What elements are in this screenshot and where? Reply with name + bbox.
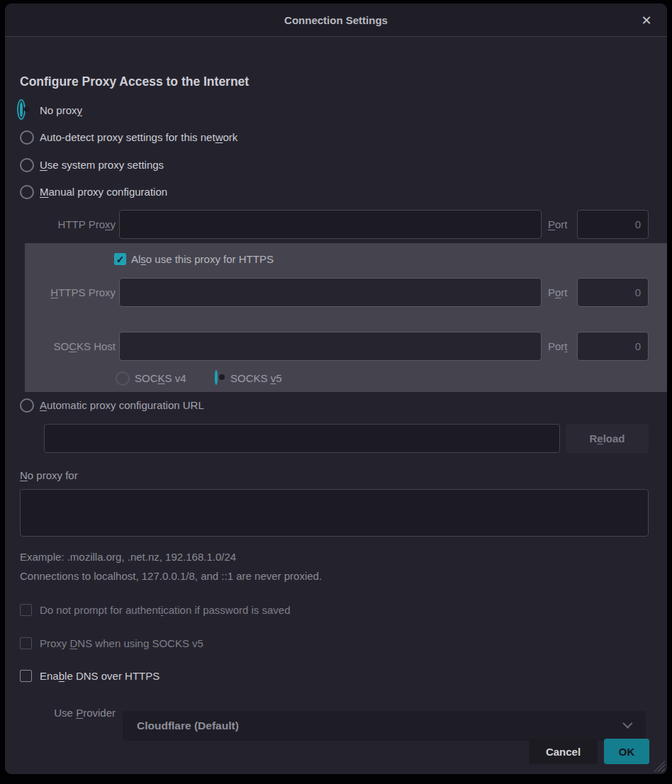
dialog-title: Connection Settings xyxy=(284,14,388,26)
http-port-input[interactable] xyxy=(577,210,649,239)
radio-use-system-label[interactable]: Use system proxy settings xyxy=(40,157,164,173)
https-port-label: Port xyxy=(548,278,568,307)
provider-select[interactable]: Cloudflare (Default) xyxy=(123,711,646,741)
radio-auto-detect[interactable] xyxy=(20,130,34,145)
also-https-checkbox[interactable]: ✓ xyxy=(114,253,126,265)
no-prompt-auth-label[interactable]: Do not prompt for authentication if pass… xyxy=(40,603,291,618)
https-proxy-input[interactable] xyxy=(119,278,542,307)
provider-selected-value: Cloudflare (Default) xyxy=(137,719,239,732)
use-provider-label: Use Provider xyxy=(20,698,116,728)
cancel-button[interactable]: Cancel xyxy=(529,739,598,764)
ok-button[interactable]: OK xyxy=(604,739,649,764)
socks-port-label: Port xyxy=(548,332,568,361)
close-icon[interactable]: ✕ xyxy=(637,11,656,30)
radio-socks-v5[interactable] xyxy=(215,370,218,385)
no-proxy-note-text: Connections to localhost, 127.0.0.1/8, a… xyxy=(20,569,322,584)
radio-socks-v5-label[interactable]: SOCKS v5 xyxy=(230,371,282,386)
http-proxy-input[interactable] xyxy=(119,210,542,239)
resize-grip[interactable] xyxy=(654,761,665,772)
socks-port-input[interactable] xyxy=(577,332,649,361)
https-port-input[interactable] xyxy=(577,278,649,307)
page-heading: Configure Proxy Access to the Internet xyxy=(20,74,249,89)
dialog-titlebar: Connection Settings ✕ xyxy=(5,4,667,37)
enable-doh-checkbox[interactable] xyxy=(20,670,32,682)
proxy-dns-label[interactable]: Proxy DNS when using SOCKS v5 xyxy=(40,636,203,651)
enable-doh-label[interactable]: Enable DNS over HTTPS xyxy=(40,668,159,684)
radio-manual-label[interactable]: Manual proxy configuration xyxy=(40,184,167,200)
no-prompt-auth-checkbox[interactable] xyxy=(20,604,32,616)
auto-config-url-input[interactable] xyxy=(44,424,560,453)
chevron-down-icon xyxy=(622,719,632,729)
also-https-label[interactable]: Also use this proxy for HTTPS xyxy=(131,252,274,267)
radio-auto-url[interactable] xyxy=(20,398,34,413)
radio-manual[interactable] xyxy=(20,185,34,199)
radio-use-system[interactable] xyxy=(20,158,34,172)
http-port-label: Port xyxy=(548,210,568,239)
radio-no-proxy[interactable] xyxy=(20,102,23,117)
no-proxy-example-text: Example: .mozilla.org, .net.nz, 192.168.… xyxy=(20,549,236,565)
proxy-dns-checkbox[interactable] xyxy=(20,637,32,649)
radio-auto-url-label[interactable]: Automatic proxy configuration URL xyxy=(40,398,204,413)
manual-proxy-highlight-panel xyxy=(25,243,667,392)
no-proxy-for-label: No proxy for xyxy=(20,468,78,483)
http-proxy-label: HTTP Proxy xyxy=(20,210,116,239)
socks-host-input[interactable] xyxy=(119,332,542,361)
socks-host-label: SOCKS Host xyxy=(20,332,116,361)
radio-no-proxy-label[interactable]: No proxy xyxy=(40,103,82,118)
check-icon: ✓ xyxy=(116,254,125,264)
radio-socks-v4-label[interactable]: SOCKS v4 xyxy=(135,371,186,386)
https-proxy-label: HTTPS Proxy xyxy=(20,278,116,307)
no-proxy-for-textarea[interactable] xyxy=(20,489,649,537)
connection-settings-dialog: Connection Settings ✕ Configure Proxy Ac… xyxy=(5,4,667,774)
radio-socks-v4[interactable] xyxy=(116,371,130,386)
radio-auto-detect-label[interactable]: Auto-detect proxy settings for this netw… xyxy=(40,130,237,145)
reload-button[interactable]: Reload xyxy=(566,424,649,453)
